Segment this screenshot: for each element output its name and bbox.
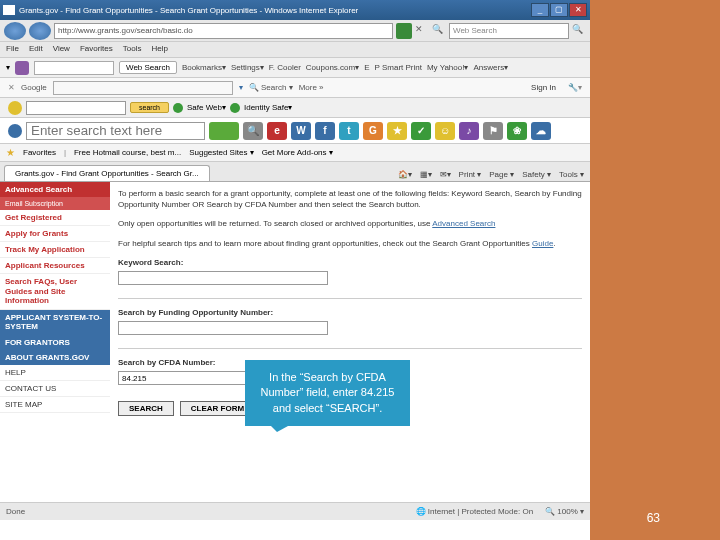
sidebar-track[interactable]: Track My Application [0, 242, 110, 258]
advanced-search-link[interactable]: Advanced Search [432, 219, 495, 228]
suggested-sites[interactable]: Suggested Sites ▾ [189, 148, 253, 157]
icon-note[interactable]: ♪ [459, 122, 479, 140]
yahoo-toolbar: ▾ Web Search Bookmarks▾ Settings▾ F. Coo… [0, 58, 590, 78]
window-title: Grants.gov - Find Grant Opportunities - … [19, 6, 358, 15]
google-search-input[interactable] [53, 81, 233, 95]
icon-check[interactable]: ✓ [411, 122, 431, 140]
forward-button[interactable] [29, 22, 51, 40]
sidebar-contact[interactable]: CONTACT US [0, 381, 110, 397]
instruction-callout: In the “Search by CFDA Number” field, en… [245, 360, 410, 426]
icon-facebook[interactable]: f [315, 122, 335, 140]
minimize-button[interactable]: _ [531, 3, 549, 17]
home-button[interactable]: 🏠▾ [398, 170, 412, 179]
toolbar-menu-icon[interactable]: ▾ [6, 63, 10, 72]
main-content: To perform a basic search for a grant op… [110, 182, 590, 522]
stop-icon[interactable]: ✕ [415, 24, 429, 38]
browser-tab[interactable]: Grants.gov - Find Grant Opportunities - … [4, 165, 210, 181]
coupons-link[interactable]: Coupons.com▾ [306, 63, 359, 72]
answers-link[interactable]: Answers▾ [473, 63, 508, 72]
menu-edit[interactable]: Edit [29, 44, 43, 55]
sidebar-advanced-search[interactable]: Advanced Search [0, 182, 110, 197]
sidebar-grantors[interactable]: FOR GRANTORS [0, 335, 110, 350]
smartprint-link[interactable]: P Smart Print [375, 63, 422, 72]
refresh-button[interactable] [396, 23, 412, 39]
page-dropdown[interactable]: Page ▾ [489, 170, 514, 179]
sidebar-s2s[interactable]: APPLICANT SYSTEM-TO-SYSTEM [0, 310, 110, 335]
icon-flag[interactable]: ⚑ [483, 122, 503, 140]
get-addons[interactable]: Get More Add-ons ▾ [262, 148, 333, 157]
main-search-input[interactable] [26, 122, 205, 140]
google-toolbar: ✕ Google ▾ 🔍 Search ▾ More » Sign In 🔧▾ [0, 78, 590, 98]
keyword-input[interactable] [118, 271, 328, 285]
icon-search[interactable]: 🔍 [243, 122, 263, 140]
tools-dropdown[interactable]: Tools ▾ [559, 170, 584, 179]
menu-help[interactable]: Help [151, 44, 167, 55]
shortcut-hotmail[interactable]: Free Hotmail course, best m... [74, 148, 181, 157]
yahoo-search-input[interactable] [34, 61, 114, 75]
e-link[interactable]: E [364, 63, 369, 72]
print-dropdown[interactable]: Print ▾ [459, 170, 482, 179]
clear-button[interactable]: CLEAR FORM [180, 401, 255, 416]
icon-gmail[interactable]: G [363, 122, 383, 140]
sidebar-resources[interactable]: Applicant Resources [0, 258, 110, 274]
hp-icon[interactable] [8, 124, 22, 138]
web-search-button[interactable]: Web Search [119, 61, 177, 74]
yahoo-icon[interactable] [15, 61, 29, 75]
wrench-icon[interactable]: 🔧▾ [568, 83, 582, 92]
status-mode: 🌐 Internet | Protected Mode: On [416, 507, 533, 516]
google-more-link[interactable]: More » [299, 83, 324, 92]
icon-w[interactable]: W [291, 122, 311, 140]
note-text: Only open opportunities will be returned… [118, 218, 582, 229]
norton-search-input[interactable] [26, 101, 126, 115]
sidebar-get-registered[interactable]: Get Registered [0, 210, 110, 226]
signin-link[interactable]: Sign In [531, 83, 556, 92]
menu-favorites[interactable]: Favorites [80, 44, 113, 55]
app-icon [3, 5, 15, 15]
mail-button[interactable]: ✉▾ [440, 170, 451, 179]
myyahoo-link[interactable]: My Yahoo!▾ [427, 63, 469, 72]
sidebar-about[interactable]: ABOUT GRANTS.GOV [0, 350, 110, 365]
search-toolbar: 🔍 e W f t G ★ ✓ ☺ ♪ ⚑ ❀ ☁ [0, 118, 590, 144]
maximize-button[interactable]: ▢ [550, 3, 568, 17]
close-toolbar-icon[interactable]: ✕ [8, 83, 15, 92]
sidebar-faqs[interactable]: Search FAQs, User Guides and Site Inform… [0, 274, 110, 310]
search-button[interactable]: SEARCH [118, 401, 174, 416]
opportunity-label: Search by Funding Opportunity Number: [118, 307, 582, 318]
zoom-control[interactable]: 🔍 100% ▾ [545, 507, 584, 516]
menu-tools[interactable]: Tools [123, 44, 142, 55]
search-go-icon[interactable]: 🔍 [572, 24, 586, 38]
favorites-star-icon[interactable]: ★ [6, 147, 15, 158]
guide-link[interactable]: Guide [532, 239, 553, 248]
icon-cloud[interactable]: ☁ [531, 122, 551, 140]
bookmarks-link[interactable]: Bookmarks▾ [182, 63, 226, 72]
opportunity-input[interactable] [118, 321, 328, 335]
sidebar-apply[interactable]: Apply for Grants [0, 226, 110, 242]
google-search-button[interactable]: 🔍 Search ▾ [249, 83, 293, 92]
cooler-link[interactable]: F. Cooler [269, 63, 301, 72]
icon-leaf[interactable]: ❀ [507, 122, 527, 140]
settings-link[interactable]: Settings▾ [231, 63, 264, 72]
icon-star[interactable]: ★ [387, 122, 407, 140]
safeweb-link[interactable]: Safe Web▾ [187, 103, 226, 112]
menu-file[interactable]: File [6, 44, 19, 55]
norton-search-button[interactable]: search [130, 102, 169, 113]
sidebar-email-sub[interactable]: Email Subscription [0, 197, 110, 210]
go-button[interactable] [209, 122, 239, 140]
sidebar-help[interactable]: HELP [0, 365, 110, 381]
browser-search-input[interactable]: Web Search [449, 23, 569, 39]
identity-link[interactable]: Identity Safe▾ [244, 103, 292, 112]
icon-twitter[interactable]: t [339, 122, 359, 140]
favorites-bar: ★ Favorites | Free Hotmail course, best … [0, 144, 590, 162]
favorites-label[interactable]: Favorites [23, 148, 56, 157]
menu-view[interactable]: View [53, 44, 70, 55]
icon-smile[interactable]: ☺ [435, 122, 455, 140]
safety-dropdown[interactable]: Safety ▾ [522, 170, 551, 179]
close-button[interactable]: ✕ [569, 3, 587, 17]
sidebar-sitemap[interactable]: SITE MAP [0, 397, 110, 413]
back-button[interactable] [4, 22, 26, 40]
norton-icon [8, 101, 22, 115]
icon-ebay[interactable]: e [267, 122, 287, 140]
url-input[interactable]: http://www.grants.gov/search/basic.do [54, 23, 393, 39]
feeds-button[interactable]: ▦▾ [420, 170, 432, 179]
search-provider-icon[interactable]: 🔍 [432, 24, 446, 38]
